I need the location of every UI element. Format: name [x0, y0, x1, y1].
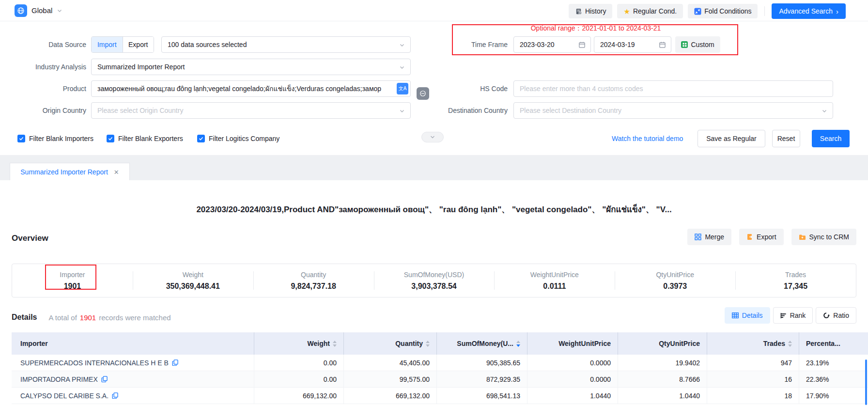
sort-icon[interactable]	[333, 341, 337, 347]
date-end-input[interactable]: 2024-03-19	[594, 36, 671, 53]
divider	[764, 6, 765, 16]
qty-unit-price-cell: 8.7666	[618, 371, 707, 387]
checkbox-checked-icon	[197, 135, 205, 142]
importer-cell[interactable]: IMPORTADORA PRIMEX	[12, 371, 254, 387]
fold-icon	[694, 8, 701, 15]
advanced-search-button[interactable]: Advanced Search ›	[772, 3, 846, 19]
save-as-regular-button[interactable]: Save as Regular	[698, 130, 765, 147]
reset-button[interactable]: Reset	[772, 130, 800, 147]
company-card-icon[interactable]	[101, 376, 108, 382]
stat-label: Weight	[183, 271, 203, 279]
import-tab[interactable]: Import	[92, 37, 123, 52]
tab-summarized-importer-report[interactable]: Summarized Importer Report ✕	[10, 163, 130, 181]
region-label: Global	[31, 6, 52, 15]
col-sum-of-money[interactable]: SumOfMoney(U...	[437, 332, 527, 355]
origin-country-placeholder: Please select Origin Country	[97, 107, 183, 114]
hs-code-input[interactable]	[513, 80, 833, 97]
importer-cell[interactable]: CALYPSO DEL CARIBE S.A.	[12, 388, 254, 404]
sort-icon[interactable]	[426, 341, 430, 347]
checkbox-checked-icon	[107, 135, 114, 142]
data-source-segment: Import Export	[91, 36, 154, 53]
custom-range-button[interactable]: Custom	[675, 36, 720, 53]
collapse-conditions-button[interactable]	[421, 132, 444, 142]
weight-unit-price-cell: 1.0440	[527, 388, 618, 404]
table-row: IMPORTADORA PRIMEX 0.00 99,575.00 872,92…	[12, 371, 868, 388]
regular-cond-button[interactable]: ★ Regular Cond.	[617, 4, 683, 18]
date-start-value: 2023-03-20	[520, 41, 555, 48]
translate-icon[interactable]: 文A	[397, 83, 408, 94]
col-weight[interactable]: Weight	[254, 332, 344, 355]
filter-blank-importers-checkbox[interactable]: Filter Blank Importers	[17, 130, 93, 147]
search-button[interactable]: Search	[812, 130, 850, 147]
stat-value: 0.0111	[543, 282, 566, 291]
stat-value: 1901	[64, 282, 81, 291]
date-end-value: 2024-03-19	[600, 41, 635, 48]
weight-cell: 0.00	[254, 355, 344, 371]
destination-country-select[interactable]: Please select Destination Country	[513, 102, 833, 119]
top-bar: Global History ★ Regular Cond. Fold Cond…	[0, 0, 868, 21]
quantity-cell: 45,405.00	[344, 355, 437, 371]
product-input[interactable]	[91, 80, 411, 97]
sync-to-crm-button[interactable]: Sync to CRM	[791, 229, 856, 245]
origin-country-select[interactable]: Please select Origin Country	[91, 102, 411, 119]
percentage-cell: 23.19%	[799, 355, 868, 371]
chevron-down-icon	[399, 64, 405, 70]
calendar-icon	[659, 41, 666, 48]
search-form: Data Source Import Export 100 data sourc…	[0, 21, 868, 155]
company-card-icon[interactable]	[172, 359, 178, 366]
checkbox-checked-icon	[17, 135, 25, 142]
view-details-button[interactable]: Details	[725, 307, 770, 324]
close-icon[interactable]: ✕	[114, 169, 119, 176]
date-start-input[interactable]: 2023-03-20	[513, 36, 591, 53]
view-ratio-button[interactable]: Ratio	[816, 307, 856, 324]
stat-label: SumOfMoney(USD)	[404, 271, 464, 279]
importer-name[interactable]: SUPERMERCADOS INTERNACIONALES H E B	[20, 359, 169, 367]
overview-stats: Importer 1901 Weight 350,369,448.41 Quan…	[12, 264, 856, 297]
export-tab[interactable]: Export	[123, 37, 154, 52]
view-rank-button[interactable]: Rank	[773, 307, 813, 324]
tutorial-link[interactable]: Watch the tutorial demo	[612, 130, 683, 147]
match-text: A total of1901records were matched	[48, 313, 170, 322]
region-switcher[interactable]: Global	[15, 4, 62, 17]
sort-icon-active-desc[interactable]	[516, 341, 520, 347]
chevron-down-icon	[822, 108, 827, 114]
sort-icon[interactable]	[788, 341, 792, 347]
fold-conditions-label: Fold Conditions	[704, 7, 751, 15]
company-card-icon[interactable]	[112, 392, 118, 399]
table-scrollbar[interactable]	[865, 359, 867, 405]
star-icon: ★	[623, 8, 630, 15]
rank-icon	[780, 312, 787, 319]
destination-country-placeholder: Please select Destination Country	[520, 107, 621, 114]
folder-sync-icon	[799, 234, 806, 240]
regular-cond-label: Regular Cond.	[633, 7, 677, 15]
fold-conditions-button[interactable]: Fold Conditions	[688, 4, 758, 18]
chevron-down-icon	[57, 8, 62, 14]
importer-name[interactable]: IMPORTADORA PRIMEX	[20, 375, 98, 383]
merge-button[interactable]: Merge	[687, 229, 731, 245]
data-sources-select[interactable]: 100 data sources selected	[161, 36, 411, 53]
filter-logitics-company-checkbox[interactable]: Filter Logitics Company	[197, 130, 279, 147]
custom-label: Custom	[691, 41, 714, 48]
importer-name[interactable]: CALYPSO DEL CARIBE S.A.	[20, 392, 108, 400]
checkbox-label: Filter Logitics Company	[209, 135, 279, 142]
importer-cell[interactable]: SUPERMERCADOS INTERNACIONALES H E B	[12, 355, 254, 371]
trades-cell: 16	[707, 371, 799, 387]
advanced-search-label: Advanced Search	[779, 7, 833, 15]
stat-trades: Trades 17,345	[735, 264, 856, 297]
weight-unit-price-cell: 0.0000	[527, 371, 618, 387]
col-trades[interactable]: Trades	[707, 332, 799, 355]
export-button[interactable]: Export	[739, 229, 783, 245]
industry-analysis-value: Summarized Importer Report	[97, 63, 185, 71]
percentage-cell: 22.36%	[799, 371, 868, 387]
time-frame-label: Time Frame	[421, 36, 508, 53]
merge-label: Merge	[705, 233, 724, 241]
weight-cell: 669,132.00	[254, 388, 344, 404]
filter-blank-exporters-checkbox[interactable]: Filter Blank Exporters	[107, 130, 183, 147]
product-label: Product	[0, 80, 86, 97]
col-quantity[interactable]: Quantity	[344, 332, 437, 355]
weight-cell: 0.00	[254, 371, 344, 387]
stat-importer: Importer 1901	[12, 264, 133, 297]
history-button[interactable]: History	[569, 4, 613, 18]
stat-value: 0.3973	[663, 282, 687, 291]
industry-analysis-select[interactable]: Summarized Importer Report	[91, 59, 411, 75]
